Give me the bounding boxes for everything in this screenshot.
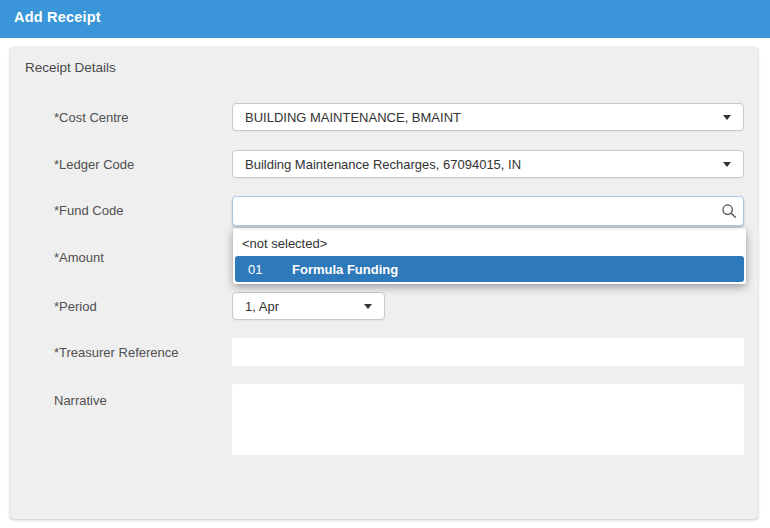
fund-code-dropdown: <not selected> 01 Formula Funding — [233, 228, 746, 284]
period-label: *Period — [54, 299, 97, 314]
caret-down-icon — [723, 115, 731, 120]
narrative-label: Narrative — [54, 393, 107, 408]
option-label: Formula Funding — [292, 262, 398, 277]
treasurer-reference-input[interactable] — [232, 338, 744, 366]
fund-code-label: *Fund Code — [54, 203, 123, 218]
amount-label: *Amount — [54, 250, 104, 265]
fund-code-option-formula-funding[interactable]: 01 Formula Funding — [235, 256, 744, 282]
fund-code-option-not-selected[interactable]: <not selected> — [235, 230, 744, 256]
cost-centre-label: *Cost Centre — [54, 110, 128, 125]
treasurer-reference-label: *Treasurer Reference — [54, 345, 179, 360]
caret-down-icon — [364, 304, 372, 309]
receipt-details-panel: Receipt Details *Cost Centre BUILDING MA… — [10, 47, 758, 519]
cost-centre-value: BUILDING MAINTENANCE, BMAINT — [245, 110, 461, 125]
search-icon — [720, 202, 738, 220]
section-title: Receipt Details — [25, 60, 116, 75]
fund-code-search-input[interactable] — [232, 196, 744, 226]
ledger-code-select[interactable]: Building Maintenance Recharges, 67094015… — [232, 150, 744, 178]
caret-down-icon — [723, 162, 731, 167]
add-receipt-screen: Add Receipt Receipt Details *Cost Centre… — [0, 0, 770, 528]
narrative-textarea[interactable] — [232, 384, 744, 455]
cost-centre-select[interactable]: BUILDING MAINTENANCE, BMAINT — [232, 103, 744, 131]
option-label: <not selected> — [242, 236, 327, 251]
page-title: Add Receipt — [14, 9, 101, 25]
option-code: 01 — [248, 262, 262, 277]
period-select[interactable]: 1, Apr — [232, 292, 385, 320]
page-header: Add Receipt — [0, 0, 770, 38]
ledger-code-value: Building Maintenance Recharges, 67094015… — [245, 157, 521, 172]
period-value: 1, Apr — [245, 299, 279, 314]
ledger-code-label: *Ledger Code — [54, 157, 134, 172]
